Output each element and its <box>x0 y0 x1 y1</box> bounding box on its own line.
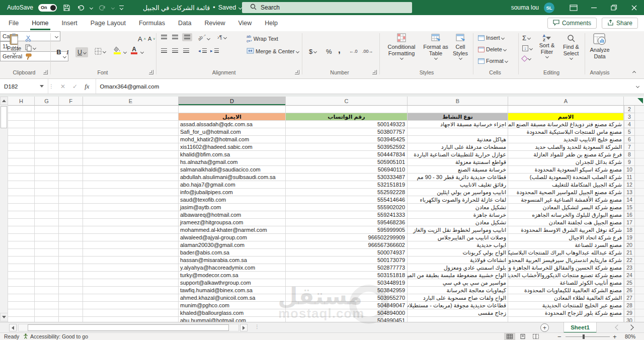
cell-A9[interactable]: شركة بدائل للجدران <box>508 158 624 166</box>
document-title[interactable]: قائمة الشركات في الجبيل • Saved <box>143 4 242 12</box>
cell-C13[interactable]: 552592228 <box>286 189 408 196</box>
cell-D3[interactable]: الايميل <box>179 113 286 121</box>
cell-A2[interactable] <box>508 106 624 113</box>
cell-B17[interactable]: تشكيل معادن <box>408 219 508 226</box>
align-center-icon[interactable] <box>172 48 178 53</box>
row-header-6[interactable]: 6 <box>624 136 635 143</box>
cell-G21[interactable] <box>35 249 59 257</box>
cell-H8[interactable] <box>8 151 35 158</box>
cell-B16[interactable]: خرسانة جاهزة <box>408 211 508 219</box>
format-as-table-button[interactable]: Format as Table <box>423 33 449 59</box>
accessibility-status[interactable]: Accessibility: Good to go <box>23 333 88 340</box>
formula-input[interactable]: Omarx364@gmail.com <box>96 79 636 94</box>
cell-B20[interactable]: ابواب حديدية <box>408 241 508 249</box>
scroll-down-icon[interactable] <box>0 313 8 321</box>
row-header-26[interactable]: 26 <box>624 287 635 294</box>
user-name[interactable]: souma lou <box>511 4 539 11</box>
cell-G27[interactable] <box>35 294 59 302</box>
collapse-ribbon-icon[interactable] <box>632 71 636 74</box>
cell-A30[interactable] <box>508 317 624 322</box>
cell-E18[interactable] <box>83 226 179 234</box>
cell-E17[interactable] <box>83 219 179 226</box>
select-all-corner[interactable] <box>635 97 644 106</box>
row-header-10[interactable]: 10 <box>624 166 635 174</box>
cell-E10[interactable] <box>83 166 179 174</box>
cell-F20[interactable] <box>59 241 83 249</box>
cell-F25[interactable] <box>59 279 83 287</box>
cell-G26[interactable] <box>35 287 59 294</box>
copy-icon[interactable] <box>25 44 36 51</box>
cell-F11[interactable] <box>59 174 83 181</box>
cell-D8[interactable]: khalid@bfim.com.sa <box>179 151 286 158</box>
cell-G3[interactable] <box>35 113 59 121</box>
vertical-scrollbar-thumb[interactable] <box>1 106 7 128</box>
cell-B22[interactable]: انشاءات فولاذية <box>408 257 508 264</box>
redo-dropdown-icon[interactable] <box>111 6 115 9</box>
text-direction-icon[interactable]: ›¶ <box>217 34 226 40</box>
cell-H22[interactable] <box>8 257 35 264</box>
middle-align-icon[interactable] <box>172 35 178 40</box>
cell-F3[interactable] <box>59 113 83 121</box>
cell-E20[interactable] <box>83 241 179 249</box>
vertical-scrollbar[interactable] <box>0 97 8 322</box>
page-break-view-icon[interactable] <box>530 333 541 340</box>
cell-D10[interactable]: salmanalkhaldi@saudiacico.com <box>179 166 286 174</box>
cell-A26[interactable]: مصنع الشركة العالمية للكيماويات المحدودة <box>508 287 624 294</box>
cell-H25[interactable] <box>8 279 35 287</box>
row-header-5[interactable]: 5 <box>624 128 635 136</box>
cell-B7[interactable]: مسطحات مدرفلة على البارد <box>408 143 508 151</box>
cell-D15[interactable]: jasim@aytb.com <box>179 204 286 211</box>
cell-D2[interactable] <box>179 106 286 113</box>
horizontal-scrollbar-thumb[interactable] <box>28 324 229 331</box>
decrease-font-icon[interactable]: A˅ <box>148 36 155 42</box>
insert-cells-button[interactable]: Insert <box>478 35 504 41</box>
cell-D17[interactable]: jrameez@hitgroupsa.com <box>179 219 286 226</box>
cell-B12[interactable]: رقائق تغليف الانابيب <box>408 181 508 189</box>
cell-D21[interactable]: bader@abis.com.sa <box>179 249 286 257</box>
cell-E6[interactable] <box>83 136 179 143</box>
cell-C27[interactable]: 503955270 <box>286 294 408 302</box>
paste-button[interactable]: Paste <box>4 33 24 54</box>
cell-D27[interactable]: ahmed.khazal@unicoil.com.sa <box>179 294 286 302</box>
cell-F27[interactable] <box>59 294 83 302</box>
cell-H23[interactable] <box>8 264 35 272</box>
row-header-22[interactable]: 22 <box>624 257 635 264</box>
cell-D22[interactable]: hassan@misarabia.com.sa <box>179 257 286 264</box>
cell-E28[interactable] <box>83 302 179 309</box>
column-header-F[interactable]: F <box>59 97 83 106</box>
cell-D16[interactable]: albawareq@hotmail.com <box>179 211 286 219</box>
cell-F14[interactable] <box>59 196 83 204</box>
merge-center-button[interactable]: Merge & Center <box>247 48 299 55</box>
cell-F6[interactable] <box>59 136 83 143</box>
cell-B26[interactable]: كيماويات معالجة الخرسانة <box>408 287 508 294</box>
row-header-17[interactable]: 17 <box>624 219 635 226</box>
cell-C26[interactable]: 503842959 <box>286 287 408 294</box>
cell-G5[interactable] <box>35 128 59 136</box>
cell-B3[interactable]: نوع النشاط <box>408 113 508 121</box>
cell-D23[interactable]: y.alyahya@hacoreadymix.com <box>179 264 286 272</box>
cell-E4[interactable] <box>83 121 179 128</box>
column-header-D[interactable]: D <box>179 97 286 106</box>
sort-filter-button[interactable]: AZ Sort & Filter <box>535 34 558 58</box>
cell-B24[interactable]: الواح خشبية مضغوطة ملبسة بطبقة من الميلا… <box>408 272 508 279</box>
row-header-14[interactable]: 14 <box>624 196 635 204</box>
bottom-align-icon[interactable] <box>182 33 192 41</box>
cell-D26[interactable]: tawfiq.humaid@binex.com.sa <box>179 287 286 294</box>
cell-E21[interactable] <box>83 249 179 257</box>
cell-F8[interactable] <box>59 151 83 158</box>
cell-E24[interactable] <box>83 272 179 279</box>
cell-B30[interactable] <box>408 317 508 322</box>
zoom-out-icon[interactable]: − <box>557 333 561 340</box>
cell-A23[interactable]: مصنع شركة الحسين والمقالق للخرسانة الجاه… <box>508 264 624 272</box>
cell-E3[interactable] <box>83 113 179 121</box>
comma-format-icon[interactable]: , <box>338 45 341 55</box>
italic-button[interactable]: I <box>66 48 72 56</box>
align-right-icon[interactable] <box>183 48 189 53</box>
cell-H26[interactable] <box>8 287 35 294</box>
cell-H15[interactable] <box>8 204 35 211</box>
cell-D25[interactable]: support@alkawthrgroup.com <box>179 279 286 287</box>
column-header-C[interactable]: C <box>286 97 408 106</box>
cell-B5[interactable] <box>408 128 508 136</box>
cell-A20[interactable]: مصنع السرد للصناعة <box>508 241 624 249</box>
cell-D30[interactable]: abu.hummal@hotmail.com <box>179 317 286 322</box>
